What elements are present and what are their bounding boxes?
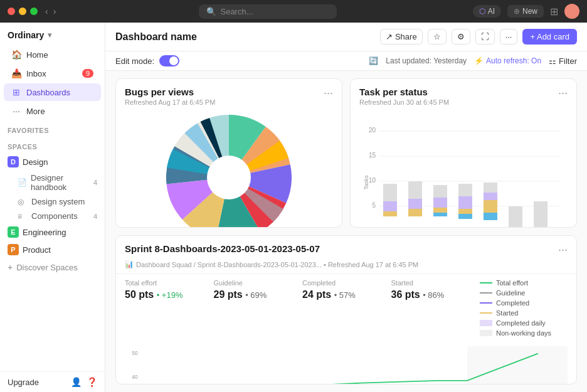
sidebar-item-home[interactable]: 🏠 Home <box>4 46 101 63</box>
sprint-card-title: Sprint 8-Dashboards-2023-05-01-2023-05-0… <box>125 243 320 254</box>
more-button[interactable]: ··· <box>500 29 518 45</box>
new-button[interactable]: ⊕ New <box>507 5 544 18</box>
task-card-title: Task per status <box>359 87 449 97</box>
refresh-icon: 🔄 <box>369 56 378 65</box>
edit-mode-toggle[interactable] <box>159 55 179 66</box>
svg-rect-30 <box>509 206 522 228</box>
legend-line-icon <box>480 302 492 304</box>
gear-icon: ⚙ <box>457 32 465 41</box>
sidebar-sub-components[interactable]: ≡ Components 4 <box>0 209 105 223</box>
legend-total-effort: Total effort <box>480 279 568 287</box>
share-button[interactable]: ↗ Share <box>380 29 423 45</box>
svg-rect-12 <box>383 211 397 216</box>
svg-text:5: 5 <box>372 202 376 209</box>
sprint-card-menu[interactable]: ··· <box>558 243 568 257</box>
star-button[interactable]: ☆ <box>428 29 447 45</box>
legend-label: Started <box>496 309 518 317</box>
pie-chart <box>116 109 342 228</box>
bugs-card-header: Bugs per views Refreshed Aug 17 at 6:45 … <box>116 79 342 109</box>
sidebar-space-engineering[interactable]: E Engineering <box>0 223 105 241</box>
design-system-label: Design system <box>31 197 85 206</box>
svg-text:20: 20 <box>369 127 376 134</box>
filter-button[interactable]: ⚏ Filter <box>549 56 577 66</box>
task-card-menu[interactable]: ··· <box>558 87 568 100</box>
svg-rect-16 <box>408 199 422 209</box>
add-card-button[interactable]: + Add card <box>522 29 577 45</box>
discover-spaces[interactable]: + Discover Spaces <box>0 258 105 276</box>
plus-icon: + <box>8 262 13 272</box>
sprint-stats-row: Total effort 50 pts • +19% Guideline 29 … <box>116 273 576 342</box>
svg-text:0: 0 <box>372 227 376 228</box>
back-icon[interactable]: ‹ <box>45 6 48 16</box>
sidebar: Ordinary ▾ 🏠 Home 📥 Inbox 9 ⊞ Dashboards… <box>0 23 105 392</box>
sprint-card: Sprint 8-Dashboards-2023-05-01-2023-05-0… <box>115 235 577 384</box>
ai-badge[interactable]: ⬡ AI <box>473 5 501 18</box>
expand-button[interactable]: ⛶ <box>475 29 495 45</box>
header-actions: ↗ Share ☆ ⚙ ⛶ ··· + Add card <box>380 29 577 45</box>
design-system-icon: ◎ <box>18 198 28 206</box>
eng-space-icon: E <box>8 226 19 238</box>
search-icon: 🔍 <box>206 7 216 16</box>
bar-chart: 20 15 10 5 0 Tasks <box>351 109 576 228</box>
ai-icon: ⬡ <box>479 7 485 16</box>
close-dot[interactable] <box>8 8 15 15</box>
sprint-breadcrumb-icon: 📊 <box>125 260 134 268</box>
sidebar-item-label: More <box>26 107 45 116</box>
svg-rect-26 <box>484 213 497 220</box>
search-input[interactable] <box>220 7 329 16</box>
dashboards-icon: ⊞ <box>11 87 21 97</box>
titlebar: ‹ › 🔍 ⬡ AI ⊕ New ⊞ <box>0 0 587 23</box>
task-card: Task per status Refreshed Jun 30 at 6:45… <box>350 78 577 228</box>
auto-refresh-status[interactable]: ⚡ Auto refresh: On <box>474 56 541 65</box>
legend-label: Total effort <box>496 279 528 287</box>
sidebar-space-design[interactable]: D Design <box>0 153 105 171</box>
svg-rect-27 <box>484 200 497 213</box>
task-card-header: Task per status Refreshed Jun 30 at 6:45… <box>351 79 576 109</box>
settings-button[interactable]: ⚙ <box>452 29 470 45</box>
sidebar-item-label: Dashboards <box>26 88 70 97</box>
minimize-dot[interactable] <box>19 8 26 15</box>
svg-point-0 <box>207 156 251 199</box>
sidebar-item-dashboards[interactable]: ⊞ Dashboards <box>4 83 101 101</box>
svg-rect-22 <box>458 214 472 219</box>
sidebar-item-more[interactable]: ··· More <box>4 102 101 120</box>
components-label: Components <box>31 211 78 221</box>
svg-rect-28 <box>484 193 497 200</box>
titlebar-right: ⬡ AI ⊕ New ⊞ <box>473 4 579 19</box>
upgrade-button[interactable]: Upgrade <box>8 378 66 387</box>
sidebar-sub-design-system[interactable]: ◎ Design system <box>0 194 105 209</box>
dashboard-grid: Bugs per views Refreshed Aug 17 at 6:45 … <box>105 71 587 392</box>
svg-rect-13 <box>383 201 397 211</box>
svg-text:Tasks: Tasks <box>363 175 369 190</box>
sprint-line-chart: 50 40 30 <box>116 342 576 384</box>
svg-rect-23 <box>458 209 472 214</box>
workspace-name[interactable]: Ordinary ▾ <box>0 25 105 45</box>
sidebar-item-inbox[interactable]: 📥 Inbox 9 <box>4 65 101 82</box>
eng-label: Engineering <box>23 228 66 237</box>
forward-icon[interactable]: › <box>53 6 56 16</box>
legend-line-icon <box>480 282 492 283</box>
stat-value: 29 pts • 69% <box>214 289 293 300</box>
svg-rect-18 <box>433 213 447 216</box>
legend-non-working: Non-working days <box>480 329 568 337</box>
avatar[interactable] <box>564 4 579 19</box>
sidebar-bottom: Upgrade 👤 ❓ <box>0 371 105 392</box>
maximize-dot[interactable] <box>30 8 38 15</box>
search-box[interactable]: 🔍 <box>199 4 337 19</box>
pct-change: • 69% <box>245 290 267 300</box>
expand-icon: ⛶ <box>481 32 489 41</box>
bugs-card-menu[interactable]: ··· <box>324 87 333 100</box>
question-icon[interactable]: ❓ <box>87 377 97 387</box>
inbox-icon: 📥 <box>11 68 21 78</box>
handbook-label: Designer handbook <box>31 173 90 192</box>
user-icon[interactable]: 👤 <box>71 377 82 387</box>
svg-text:40: 40 <box>132 374 138 380</box>
sidebar-sub-handbook[interactable]: 📄 Designer handbook 4 <box>0 171 105 194</box>
sidebar-space-product[interactable]: P Product <box>0 241 105 258</box>
grid-icon[interactable]: ⊞ <box>550 6 558 18</box>
edit-bar: Edit mode: 🔄 Last updated: Yesterday ⚡ A… <box>105 51 587 71</box>
sprint-legend: Total effort Guideline Completed St <box>480 279 568 339</box>
new-label: New <box>522 7 537 16</box>
stat-started: Started 36 pts • 86% <box>391 279 480 339</box>
sprint-card-header: Sprint 8-Dashboards-2023-05-01-2023-05-0… <box>116 236 576 259</box>
